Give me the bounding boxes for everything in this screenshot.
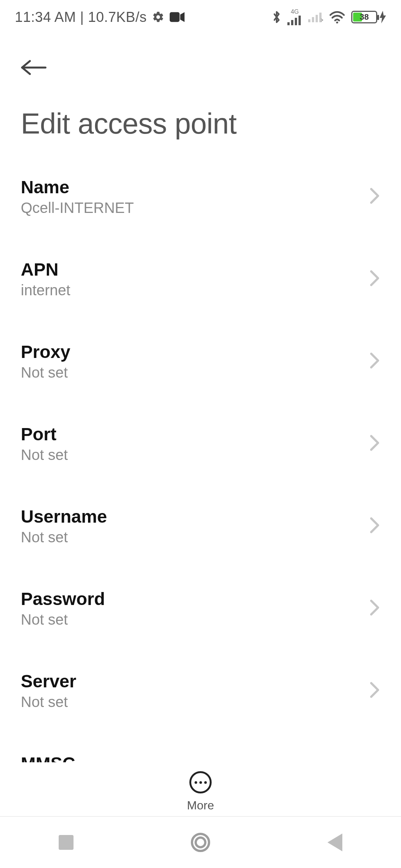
svg-rect-6 bbox=[312, 17, 314, 22]
back-button[interactable] bbox=[21, 54, 48, 81]
video-camera-icon bbox=[170, 12, 185, 22]
signal-no-sim-icon: ✕ bbox=[308, 12, 323, 22]
gear-icon bbox=[152, 11, 164, 23]
svg-rect-2 bbox=[291, 20, 293, 25]
nav-recents-button[interactable] bbox=[59, 835, 74, 850]
battery-percent: 38 bbox=[352, 12, 376, 22]
nav-home-button[interactable] bbox=[191, 833, 210, 852]
row-title: Port bbox=[21, 424, 68, 444]
battery-icon: 38 bbox=[351, 11, 386, 23]
svg-text:✕: ✕ bbox=[320, 17, 323, 22]
chevron-right-icon bbox=[369, 352, 380, 371]
row-server[interactable]: Server Not set bbox=[21, 650, 380, 732]
row-title: Password bbox=[21, 589, 105, 609]
row-proxy[interactable]: Proxy Not set bbox=[21, 320, 380, 402]
bluetooth-icon bbox=[272, 10, 281, 24]
row-value: Not set bbox=[21, 694, 76, 710]
svg-rect-1 bbox=[287, 22, 290, 25]
bottom-action-bar: More bbox=[0, 762, 401, 812]
row-title: Username bbox=[21, 506, 107, 527]
page-title: Edit access point bbox=[21, 107, 380, 141]
arrow-left-icon bbox=[21, 58, 47, 77]
row-value: Not set bbox=[21, 364, 70, 381]
signal-4g-icon: 4G bbox=[287, 9, 302, 25]
nav-back-button[interactable] bbox=[327, 834, 342, 851]
row-password[interactable]: Password Not set bbox=[21, 567, 380, 650]
row-value: Not set bbox=[21, 447, 68, 463]
settings-list: Name Qcell-INTERNET APN internet Proxy N… bbox=[0, 155, 401, 868]
status-left: 11:34 AM | 10.7KB/s bbox=[15, 9, 185, 25]
header: Edit access point bbox=[0, 32, 401, 155]
svg-rect-0 bbox=[170, 12, 180, 22]
row-port[interactable]: Port Not set bbox=[21, 402, 380, 485]
row-apn[interactable]: APN internet bbox=[21, 238, 380, 320]
svg-rect-5 bbox=[308, 19, 310, 22]
status-time-network: 11:34 AM | 10.7KB/s bbox=[15, 9, 147, 25]
chevron-right-icon bbox=[369, 434, 380, 453]
status-network-speed: 10.7KB/s bbox=[88, 9, 147, 25]
row-title: Name bbox=[21, 177, 134, 197]
row-title: Proxy bbox=[21, 342, 70, 362]
chevron-right-icon bbox=[369, 187, 380, 206]
row-title: APN bbox=[21, 259, 70, 280]
row-value: internet bbox=[21, 282, 70, 299]
row-name[interactable]: Name Qcell-INTERNET bbox=[21, 155, 380, 238]
chevron-right-icon bbox=[369, 599, 380, 618]
chevron-right-icon bbox=[369, 681, 380, 700]
wifi-icon bbox=[329, 11, 345, 23]
charging-icon bbox=[379, 11, 386, 23]
row-value: Qcell-INTERNET bbox=[21, 200, 134, 216]
svg-rect-7 bbox=[316, 15, 318, 22]
row-title: Server bbox=[21, 671, 76, 691]
more-dots-icon bbox=[195, 781, 197, 784]
row-value: Not set bbox=[21, 611, 105, 628]
status-time: 11:34 AM bbox=[15, 9, 76, 25]
more-label: More bbox=[187, 799, 214, 812]
row-value: Not set bbox=[21, 529, 107, 546]
svg-rect-4 bbox=[299, 16, 301, 25]
chevron-right-icon bbox=[369, 270, 380, 288]
status-bar: 11:34 AM | 10.7KB/s 4G ✕ 38 bbox=[0, 0, 401, 32]
svg-rect-3 bbox=[295, 18, 297, 25]
chevron-right-icon bbox=[369, 517, 380, 535]
more-button[interactable] bbox=[189, 771, 212, 793]
row-username[interactable]: Username Not set bbox=[21, 485, 380, 567]
system-nav-bar bbox=[0, 816, 401, 868]
status-right: 4G ✕ 38 bbox=[272, 9, 386, 25]
svg-point-10 bbox=[336, 22, 338, 23]
